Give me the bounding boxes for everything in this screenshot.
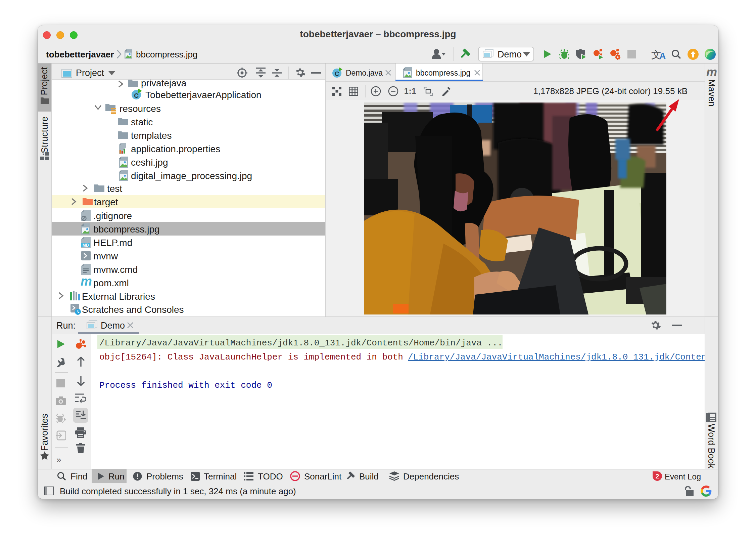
svg-text:MD: MD <box>83 243 89 248</box>
svg-text:C: C <box>134 92 139 99</box>
svg-text:2: 2 <box>656 473 659 480</box>
svg-text:C: C <box>335 70 339 77</box>
